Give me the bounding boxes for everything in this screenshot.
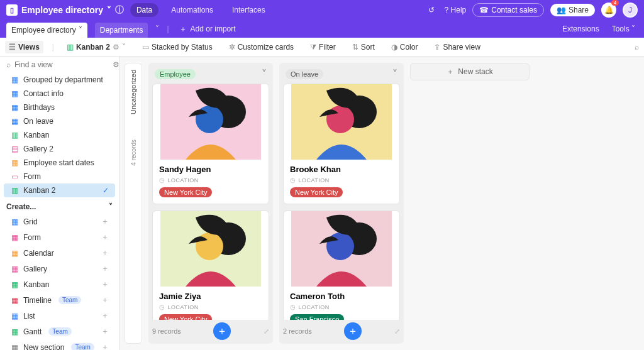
sidebar-create-item[interactable]: ▦Grid＋ (4, 214, 115, 229)
chevron-down-icon[interactable]: ˅ (79, 26, 82, 35)
chevron-down-icon[interactable]: ˅ (262, 68, 267, 80)
sidebar-view-item[interactable]: ▥Kanban (4, 128, 115, 142)
stack-tag[interactable]: Employee (155, 69, 196, 79)
sidebar-create-item[interactable]: ▦Kanban＋ (4, 276, 115, 292)
new-stack-button[interactable]: ＋ New stack (410, 63, 530, 80)
plus-icon[interactable]: ＋ (101, 342, 109, 350)
table-tab-departments[interactable]: Departments (95, 23, 148, 38)
view-type-icon: ▦ (10, 312, 19, 320)
plus-icon[interactable]: ＋ (101, 310, 109, 321)
color-button[interactable]: ◑ Color (387, 41, 422, 53)
sidebar-view-item[interactable]: ▦Contact info (4, 87, 115, 101)
view-type-icon: ▦ (10, 233, 19, 242)
sidebar-create-item[interactable]: ▦Calendar＋ (4, 245, 115, 261)
sidebar-create-item[interactable]: ▦Form＋ (4, 229, 115, 245)
plus-icon[interactable]: ＋ (101, 216, 109, 227)
sidebar-view-label: Form (23, 172, 41, 181)
sidebar-create-label: Grid (23, 217, 38, 226)
sidebar-create-item[interactable]: ▦New sectionTeam＋ (4, 339, 115, 350)
sidebar-view-item[interactable]: ▭Form (4, 170, 115, 183)
card-name: Cameron Toth (290, 292, 393, 301)
table-tab-employee-directory[interactable]: Employee directory ˅ (6, 23, 87, 38)
kanban-card[interactable]: Jamie Ziya LOCATION New York City (152, 211, 269, 320)
info-icon[interactable]: ⓘ (115, 4, 124, 16)
phone-icon: ☎ (479, 6, 489, 14)
share-icon: ⇪ (434, 43, 440, 52)
view-type-icon: ▦ (10, 343, 19, 351)
card-field-label: LOCATION (159, 177, 262, 183)
grid-icon: ▦ (10, 89, 19, 98)
add-card-button[interactable]: ＋ (213, 322, 231, 340)
add-or-import-button[interactable]: ＋ Add or import (177, 21, 238, 38)
notification-bell[interactable]: 🔔 4 (601, 3, 616, 18)
current-view-button[interactable]: ▥ Kanban 2 ⚙ ˅ (63, 41, 130, 53)
contact-sales-button[interactable]: ☎ Contact sales (472, 3, 544, 17)
kanban-icon: ▥ (67, 43, 74, 52)
chevron-down-icon[interactable]: ˅ (155, 25, 159, 33)
views-toggle[interactable]: ☰ Views (5, 41, 43, 53)
card-location-badge: San Francisco (290, 314, 344, 320)
find-a-view-input[interactable] (14, 60, 109, 69)
plus-icon[interactable]: ＋ (101, 295, 109, 305)
sidebar-view-item[interactable]: ▦Birthdays (4, 101, 115, 114)
kanban-card[interactable]: Cameron Toth LOCATION San Francisco (283, 211, 400, 320)
share-view-button[interactable]: ⇪ Share view (430, 41, 484, 53)
help-link[interactable]: ? Help (445, 6, 467, 14)
expand-icon[interactable]: ⤢ (394, 327, 400, 336)
plus-icon: ＋ (179, 24, 187, 35)
plus-icon[interactable]: ＋ (101, 263, 109, 274)
sidebar-view-item[interactable]: ▥Kanban 2✓ (4, 183, 115, 197)
chevron-down-icon[interactable]: ˅ (392, 68, 397, 80)
user-avatar[interactable]: J (623, 3, 638, 18)
kanban-card[interactable]: Brooke Khan LOCATION New York City (283, 84, 400, 204)
chevron-down-icon: ˅ (109, 202, 113, 211)
chevron-down-icon[interactable]: ˅ (107, 5, 111, 15)
team-badge: Team (71, 343, 94, 350)
plus-icon[interactable]: ＋ (101, 326, 109, 337)
sidebar-view-item[interactable]: ▦On leave (4, 114, 115, 128)
tab-automations[interactable]: Automations (165, 3, 219, 17)
sidebar-create-item[interactable]: ▦TimelineTeam＋ (4, 292, 115, 308)
create-section-toggle[interactable]: Create... ˅ (0, 197, 119, 214)
history-icon[interactable]: ↺ (425, 3, 438, 17)
share-button[interactable]: 👥 Share (550, 4, 595, 16)
sidebar-view-item[interactable]: ▦Employee start dates (4, 156, 115, 170)
tools-link[interactable]: Tools ˅ (609, 21, 638, 36)
card-field-label: LOCATION (290, 177, 393, 183)
plus-icon[interactable]: ＋ (101, 232, 109, 243)
stacked-by-button[interactable]: ▭ Stacked by Status (138, 41, 216, 53)
sidebar-create-item[interactable]: ▦List＋ (4, 308, 115, 324)
cal-icon: ▦ (10, 158, 19, 167)
plus-icon[interactable]: ＋ (101, 248, 109, 258)
sidebar-create-item[interactable]: ▦GanttTeam＋ (4, 324, 115, 339)
sidebar-create-item[interactable]: ▦Gallery＋ (4, 261, 115, 276)
add-card-button[interactable]: ＋ (344, 322, 362, 340)
filter-button[interactable]: ⧩ Filter (306, 41, 340, 53)
people-icon: 👥 (557, 6, 566, 14)
view-toolbar: ☰ Views | ▥ Kanban 2 ⚙ ˅ ▭ Stacked by St… (0, 38, 644, 57)
tab-interfaces[interactable]: Interfaces (226, 3, 272, 17)
sidebar-view-label: Contact info (23, 89, 64, 98)
sidebar-view-item[interactable]: ▤Gallery 2 (4, 142, 115, 156)
tables-bar: Employee directory ˅ Departments ˅ | ＋ A… (0, 20, 644, 38)
sort-button[interactable]: ⇅ Sort (348, 41, 379, 53)
team-badge: Team (58, 296, 81, 304)
sidebar-create-label: Gantt (23, 327, 42, 336)
app-title[interactable]: ▯ Employee directory ˅ ⓘ (6, 4, 124, 16)
customize-cards-button[interactable]: ✲ Customize cards (225, 41, 297, 53)
uncategorized-stack[interactable]: Uncategorized 4 records (125, 63, 142, 344)
extensions-link[interactable]: Extensions (560, 21, 602, 36)
tab-data[interactable]: Data (130, 3, 158, 17)
search-icon: ⌕ (6, 60, 11, 69)
kanban-stack: On leave ˅ Brooke Khan LOCATION New York… (279, 63, 404, 344)
plus-icon[interactable]: ＋ (101, 279, 109, 290)
kanban-card[interactable]: Sandy Hagen LOCATION New York City (152, 84, 269, 204)
chevron-down-icon[interactable]: ˅ (122, 43, 126, 52)
gear-icon[interactable]: ⚙ (113, 60, 119, 69)
customize-icon: ✲ (229, 43, 235, 52)
stack-tag[interactable]: On leave (286, 69, 323, 79)
expand-icon[interactable]: ⤢ (264, 327, 269, 336)
card-image (284, 84, 399, 160)
search-icon[interactable]: ⌕ (635, 43, 639, 52)
sidebar-view-item[interactable]: ▦Grouped by department (4, 73, 115, 87)
